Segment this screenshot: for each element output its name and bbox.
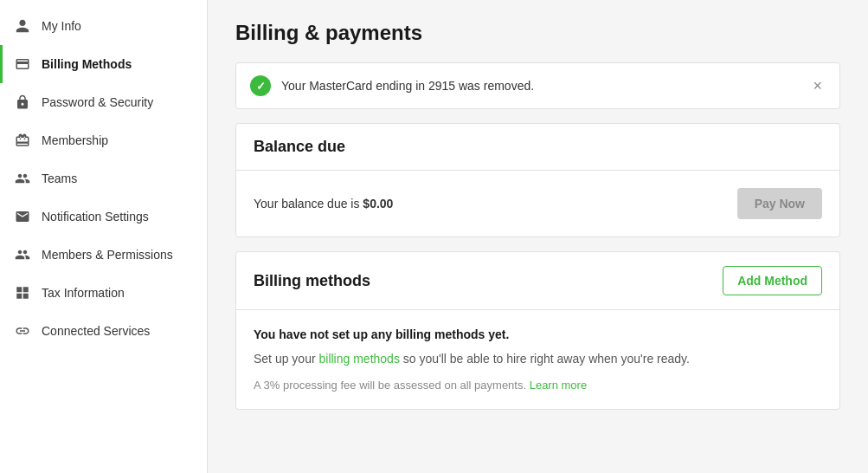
sidebar-label-my-info: My Info — [42, 18, 193, 34]
banner-message: Your MasterCard ending in 2915 was remov… — [281, 79, 809, 93]
check-icon — [250, 75, 271, 96]
billing-methods-card-header: Billing methods Add Method — [236, 252, 839, 310]
pay-now-button[interactable]: Pay Now — [737, 188, 822, 219]
billing-methods-title: Billing methods — [254, 272, 370, 290]
billing-methods-card: Billing methods Add Method You have not … — [235, 251, 840, 410]
sidebar-item-members-permissions[interactable]: Members & Permissions — [0, 236, 207, 274]
billing-methods-link[interactable]: billing methods — [319, 352, 400, 366]
sidebar-label-billing-methods: Billing Methods — [42, 56, 193, 72]
sidebar-item-password-security[interactable]: Password & Security — [0, 83, 207, 121]
sidebar-label-connected-services: Connected Services — [42, 323, 193, 339]
sidebar-label-notification-settings: Notification Settings — [42, 209, 193, 224]
sidebar-label-password-security: Password & Security — [42, 94, 193, 110]
link-icon — [14, 322, 31, 340]
balance-row: Your balance due is $0.00 Pay Now — [254, 188, 822, 219]
notification-banner: Your MasterCard ending in 2915 was remov… — [235, 62, 840, 109]
person-icon — [14, 17, 31, 35]
lock-icon — [14, 94, 31, 111]
close-banner-button[interactable]: × — [809, 78, 826, 94]
email-icon — [14, 208, 31, 225]
sidebar-label-tax-information: Tax Information — [42, 285, 193, 301]
empty-desc-after: so you'll be able to hire right away whe… — [400, 352, 690, 366]
sidebar-item-teams[interactable]: Teams — [0, 159, 207, 198]
sidebar-item-billing-methods[interactable]: Billing Methods — [0, 45, 207, 83]
balance-due-body: Your balance due is $0.00 Pay Now — [236, 171, 839, 236]
fee-notice-before: A 3% processing fee will be assessed on … — [254, 379, 530, 392]
balance-text: Your balance due is $0.00 — [254, 197, 393, 211]
sidebar-label-members-permissions: Members & Permissions — [42, 247, 193, 262]
empty-desc-before: Set up your — [254, 352, 319, 366]
learn-more-link[interactable]: Learn more — [530, 379, 587, 392]
main-content: Billing & payments Your MasterCard endin… — [208, 0, 868, 473]
balance-due-card: Balance due Your balance due is $0.00 Pa… — [235, 123, 840, 237]
balance-due-title: Balance due — [254, 138, 345, 156]
empty-billing-title: You have not set up any billing methods … — [254, 327, 822, 341]
sidebar-item-connected-services[interactable]: Connected Services — [0, 312, 207, 350]
add-method-button[interactable]: Add Method — [723, 266, 822, 295]
sidebar-item-notification-settings[interactable]: Notification Settings — [0, 198, 207, 236]
empty-billing-desc: Set up your billing methods so you'll be… — [254, 350, 822, 368]
sidebar: My Info Billing Methods Password & Secur… — [0, 0, 208, 473]
sidebar-label-membership: Membership — [42, 133, 193, 148]
badge-icon — [14, 132, 31, 149]
balance-label: Your balance due is — [254, 197, 363, 211]
page-title: Billing & payments — [235, 21, 840, 45]
grid-icon — [14, 284, 31, 301]
sidebar-label-teams: Teams — [42, 171, 193, 186]
fee-notice: A 3% processing fee will be assessed on … — [254, 379, 822, 392]
people-icon — [14, 246, 31, 263]
sidebar-item-membership[interactable]: Membership — [0, 121, 207, 159]
balance-due-card-header: Balance due — [236, 124, 839, 171]
group-icon — [14, 170, 31, 187]
sidebar-item-tax-information[interactable]: Tax Information — [0, 274, 207, 312]
empty-billing-section: You have not set up any billing methods … — [236, 310, 839, 409]
balance-amount: $0.00 — [363, 197, 393, 211]
credit-card-icon — [14, 55, 31, 73]
sidebar-item-my-info[interactable]: My Info — [0, 7, 207, 45]
